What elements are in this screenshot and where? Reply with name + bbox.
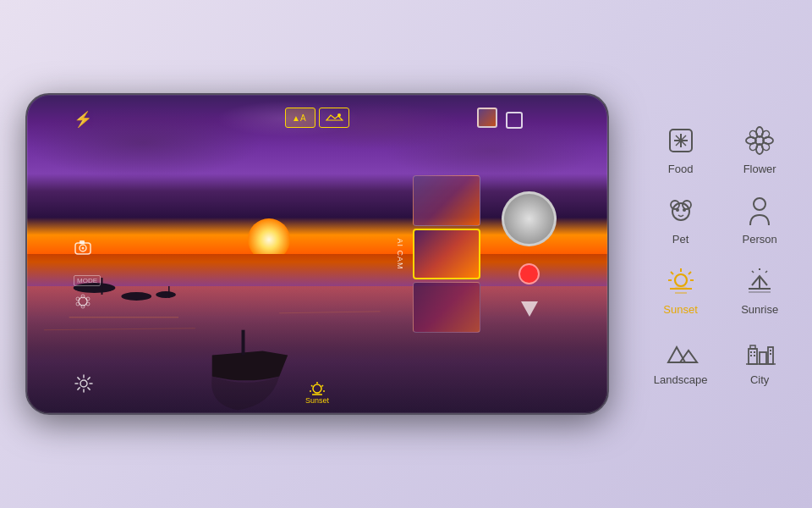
svg-point-15 — [82, 247, 85, 250]
landscape-icon — [662, 333, 700, 370]
sunrise-icon — [741, 262, 778, 300]
svg-point-48 — [676, 208, 679, 212]
hdr-scene-btn[interactable] — [319, 108, 349, 128]
mode-buttons: ▲ A — [285, 108, 349, 128]
camera-modes-panel: Food Flower — [654, 122, 787, 386]
svg-point-23 — [80, 380, 87, 387]
svg-rect-73 — [770, 353, 771, 355]
svg-rect-64 — [749, 349, 757, 364]
svg-rect-69 — [754, 351, 755, 353]
front-camera-icon[interactable] — [74, 238, 94, 261]
pet-icon — [662, 192, 700, 229]
settings-icon[interactable] — [74, 373, 94, 398]
city-icon — [741, 333, 778, 370]
person-icon — [741, 192, 778, 229]
svg-line-55 — [671, 272, 673, 274]
cam-mode-pet[interactable]: Pet — [654, 192, 708, 246]
svg-rect-72 — [770, 350, 771, 351]
svg-point-51 — [675, 274, 687, 286]
sunrise-label: Sunrise — [741, 303, 778, 316]
flower-icon — [741, 122, 778, 159]
landscape-label: Landscape — [654, 373, 708, 386]
svg-point-43 — [749, 141, 760, 152]
food-label: Food — [668, 163, 694, 175]
svg-line-26 — [322, 385, 324, 387]
film-frame-3[interactable] — [413, 282, 480, 333]
left-button[interactable] — [25, 222, 27, 247]
svg-point-50 — [754, 198, 765, 210]
svg-point-24 — [313, 384, 321, 393]
svg-rect-71 — [754, 355, 755, 356]
sunset-label: Sunset — [663, 303, 697, 316]
phone-body: ⚡ ▲ A — [25, 93, 609, 415]
shutter-button[interactable] — [502, 191, 557, 246]
svg-point-41 — [749, 130, 760, 141]
sunset-mode-indicator: Sunset — [305, 381, 329, 405]
sunset-text: Sunset — [305, 396, 329, 405]
cam-mode-city[interactable]: City — [732, 333, 787, 386]
nav-down-icon[interactable] — [521, 301, 538, 317]
sunset-icon — [662, 262, 700, 300]
mode-label[interactable]: MODE — [74, 275, 101, 286]
camera-screen: ⚡ ▲ A — [27, 95, 607, 413]
svg-rect-68 — [750, 351, 752, 353]
shutter-area — [502, 191, 557, 317]
svg-point-45 — [672, 203, 689, 220]
power-button[interactable] — [607, 196, 609, 239]
pet-label: Pet — [672, 233, 689, 246]
flash-icon[interactable]: ⚡ — [74, 110, 92, 129]
svg-rect-70 — [750, 355, 752, 356]
food-icon — [662, 122, 700, 159]
cam-mode-food[interactable]: Food — [654, 122, 708, 175]
filter-icon[interactable] — [74, 292, 92, 314]
record-button[interactable] — [518, 263, 540, 284]
volume-up-button[interactable] — [607, 251, 609, 294]
cam-mode-flower[interactable]: Flower — [732, 122, 787, 175]
person-label: Person — [743, 233, 777, 246]
svg-point-44 — [760, 141, 771, 152]
cam-mode-landscape[interactable]: Landscape — [654, 333, 708, 386]
phone: ⚡ ▲ A — [25, 93, 609, 415]
svg-line-53 — [689, 272, 691, 274]
svg-text:▲: ▲ — [292, 113, 300, 123]
svg-line-28 — [311, 385, 313, 387]
svg-rect-65 — [750, 345, 755, 349]
svg-point-42 — [760, 130, 771, 141]
volume-down-button[interactable] — [607, 285, 609, 328]
svg-text:A: A — [300, 113, 306, 123]
cam-mode-sunset[interactable]: Sunset — [654, 262, 708, 316]
flower-label: Flower — [743, 163, 776, 175]
gallery-thumb[interactable] — [477, 108, 497, 128]
mode-filmstrip — [413, 175, 480, 333]
cam-mode-person[interactable]: Person — [732, 192, 787, 246]
film-frame-1[interactable] — [413, 175, 480, 226]
camera-ui: ⚡ ▲ A — [27, 95, 607, 413]
svg-line-63 — [752, 271, 754, 273]
cam-mode-sunrise[interactable]: Sunrise — [732, 262, 787, 316]
hdr-auto-btn[interactable]: ▲ A — [285, 108, 315, 128]
svg-rect-66 — [760, 352, 766, 364]
svg-point-49 — [683, 208, 686, 212]
svg-rect-14 — [80, 240, 85, 244]
svg-line-62 — [765, 271, 767, 273]
ai-cam-label: AI CAM — [396, 238, 404, 269]
main-scene: ⚡ ▲ A — [0, 0, 812, 508]
svg-point-11 — [337, 113, 341, 117]
aspect-ratio-icon[interactable] — [506, 112, 523, 129]
city-label: City — [750, 373, 769, 386]
film-frame-2[interactable] — [413, 229, 480, 279]
